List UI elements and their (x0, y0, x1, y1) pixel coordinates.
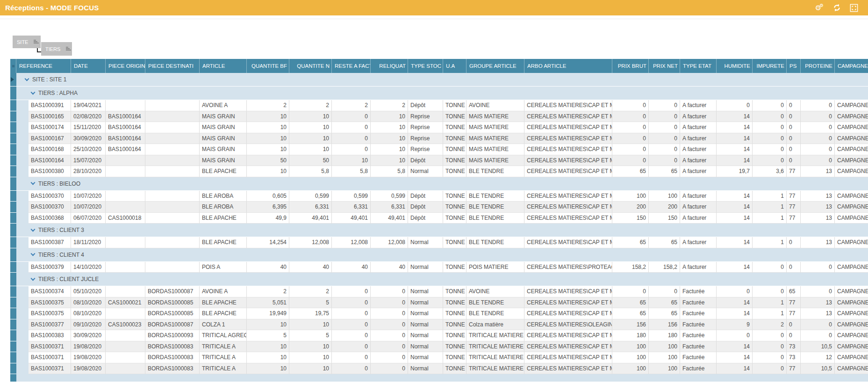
cell-ps: 0 (787, 155, 801, 166)
table-row[interactable]: BAS100039119/04/2021AVOINE A2222DépôtTON… (10, 100, 868, 111)
column-header-groupe_article[interactable]: GROUPE ARTICLE (466, 59, 524, 73)
cell-campagne: CAMPAGNE (835, 122, 868, 133)
column-header-piece_origine[interactable]: PIECE ORIGIN (106, 59, 145, 73)
fit-screen-icon[interactable] (849, 3, 859, 13)
cell-type_stock: Normal (408, 308, 443, 319)
cell-reference: BAS1000374 (29, 286, 71, 297)
chevron-down-icon[interactable] (31, 276, 36, 281)
column-header-article[interactable]: ARTICLE (200, 59, 247, 73)
column-header-quantite_brute[interactable]: QUANTITE BF (247, 59, 289, 73)
table-row[interactable]: BAS100016730/09/2020BAS1000164MAIS GRAIN… (10, 133, 868, 145)
cell-reference: BAS1000387 (29, 237, 71, 248)
group-indent (16, 237, 29, 248)
cell-proteine: 0 (801, 133, 835, 145)
column-header-arbo_article[interactable]: ARBO ARTICLE (524, 59, 612, 73)
group-row-tiers-4[interactable]: TIERS : CLIENT JUCLE (10, 273, 868, 286)
table-row[interactable]: BAS100037508/10/2020CAS1000021BORDAS1000… (10, 297, 868, 309)
row-handle (10, 319, 16, 331)
cell-ps: 77 (787, 363, 801, 375)
table-row[interactable]: BAS100037405/10/2020BORDAS1000087AVOINE … (10, 286, 868, 297)
group-row-tiers-1[interactable]: TIERS : BIELOO (10, 177, 868, 191)
column-header-impurete[interactable]: IMPURETE (753, 59, 787, 73)
group-row-tiers-0[interactable]: TIERS : ALPHA (10, 87, 868, 100)
cell-reliquat: 0 (371, 286, 408, 297)
sort-asc-icon[interactable] (66, 47, 68, 51)
cell-piece_destination (145, 262, 200, 273)
column-header-reliquat[interactable]: RELIQUAT (371, 59, 408, 73)
group-row-tiers-3[interactable]: TIERS : CLIENT 4 (10, 248, 868, 262)
cell-campagne: CAMPAGNE (835, 166, 868, 177)
cell-groupe_article: Colza matière (466, 319, 524, 331)
cell-ps: 0 (787, 122, 801, 133)
table-row[interactable]: BAS100016825/10/2020BAS1000164MAIS GRAIN… (10, 144, 868, 155)
cell-reliquat: 10 (371, 111, 408, 123)
column-header-prix_brut[interactable]: PRIX BRUT (612, 59, 649, 73)
cell-quantite_brute: 10 (247, 319, 289, 331)
column-header-reference[interactable]: REFERENCE (16, 59, 71, 73)
table-row[interactable]: BAS100037709/10/2020CAS1000023BORDAS1000… (10, 319, 868, 331)
column-header-campagne[interactable]: CAMPAGNE (835, 59, 868, 73)
column-header-type_etat[interactable]: TYPE ETAT (680, 59, 717, 73)
cell-quantite_nette: 50 (289, 155, 332, 166)
column-header-humidite[interactable]: HUMIDITE (717, 59, 753, 73)
row-handle (10, 87, 16, 100)
group-row-tiers-2[interactable]: TIERS : CLIENT 3 (10, 224, 868, 237)
cell-piece_origine: CAS1000023 (106, 319, 145, 331)
refresh-icon[interactable] (832, 3, 842, 13)
table-row[interactable]: BAS100036806/07/2020CAS1000018BLE APACHE… (10, 213, 868, 224)
chevron-down-icon[interactable] (31, 227, 36, 231)
table-row[interactable]: BAS100037119/08/2020BORDAS1000083TRITICA… (10, 352, 868, 363)
column-header-prix_net[interactable]: PRIX NET (649, 59, 680, 73)
column-header-ua[interactable]: U.A (443, 59, 466, 73)
cell-impurete: 0 (753, 144, 787, 155)
cell-article: MAIS GRAIN (200, 144, 247, 155)
cell-arbo_article: CEREALES MATIERES\CAP ET M (524, 363, 612, 375)
cell-proteine: 13 (801, 297, 835, 309)
cell-humidite: 14 (717, 213, 753, 224)
table-row[interactable]: BAS100038718/11/2020BLE APACHE14,25412,0… (10, 237, 868, 248)
cell-type_stock: Dépôt (408, 155, 443, 166)
column-header-ps[interactable]: PS (787, 59, 801, 73)
cell-prix_brut: 65 (612, 237, 649, 248)
table-row[interactable]: BAS100037010/07/2020BLE AROBA6,3956,3316… (10, 202, 868, 213)
cell-piece_destination: BORDAS1000093 (145, 330, 200, 341)
column-header-piece_destination[interactable]: PIECE DESTINATI (145, 59, 200, 73)
cell-prix_net: 0 (649, 144, 680, 155)
table-row[interactable]: BAS100037119/08/2020BORDAS1000083TRITICA… (10, 341, 868, 353)
cell-campagne: CAMPAGNE (835, 352, 868, 363)
cell-reste_a_facturer: 2 (332, 100, 371, 111)
cell-piece_destination (145, 144, 200, 155)
table-row[interactable]: BAS100037010/07/2020BLE AROBA0,6050,5990… (10, 191, 868, 202)
table-row[interactable]: BAS100016415/07/2020MAIS GRAIN50501010Dé… (10, 155, 868, 166)
table-row[interactable]: BAS100037508/10/2020BORDAS1000085BLE APA… (10, 308, 868, 319)
chevron-down-icon[interactable] (31, 90, 36, 94)
chevron-down-icon[interactable] (31, 181, 36, 185)
chevron-down-icon[interactable] (25, 76, 29, 81)
table-row[interactable]: BAS100038330/09/2020BORDAS1000093TRITICA… (10, 330, 868, 341)
group-row-site[interactable]: SITE : SITE 1 (10, 73, 868, 87)
sort-asc-icon[interactable] (34, 40, 36, 44)
column-header-type_stock[interactable]: TYPE STOC (408, 59, 443, 73)
table-row[interactable]: BAS100016502/08/2020BAS1000164MAIS GRAIN… (10, 111, 868, 123)
settings-gears-icon[interactable]: ⚙⚙ (814, 3, 825, 13)
cell-article: BLE AROBA (200, 202, 247, 213)
group-chip-site[interactable]: SITE (13, 36, 41, 48)
table-row[interactable]: BAS100038028/10/2020BLE APACHE105,85,85,… (10, 166, 868, 177)
group-chip-tiers[interactable]: TIERS (41, 42, 72, 56)
column-header-date[interactable]: DATE (71, 59, 106, 73)
table-row[interactable]: BAS100037119/08/2020BORDAS1000083TRITICA… (10, 363, 868, 375)
cell-piece_destination (145, 111, 200, 123)
chevron-down-icon[interactable] (31, 252, 36, 256)
cell-impurete: 0 (753, 352, 787, 363)
cell-reference: BAS1000164 (29, 155, 71, 166)
table-row[interactable]: BAS100017415/11/2020BAS1000164MAIS GRAIN… (10, 122, 868, 133)
cell-reliquat: 10 (371, 122, 408, 133)
cell-arbo_article: CEREALES MATIERES\CAP ET M (524, 144, 612, 155)
cell-date: 19/08/2020 (71, 363, 106, 375)
cell-campagne: CAMPAGNE (835, 111, 868, 123)
cell-campagne: CAMPAGNE (835, 133, 868, 145)
column-header-quantite_nette[interactable]: QUANTITE N (289, 59, 332, 73)
column-header-reste_a_facturer[interactable]: RESTE A FACT (332, 59, 371, 73)
column-header-proteine[interactable]: PROTEINE (801, 59, 835, 73)
table-row[interactable]: BAS100037914/10/2020POIS A40404040Normal… (10, 262, 868, 273)
